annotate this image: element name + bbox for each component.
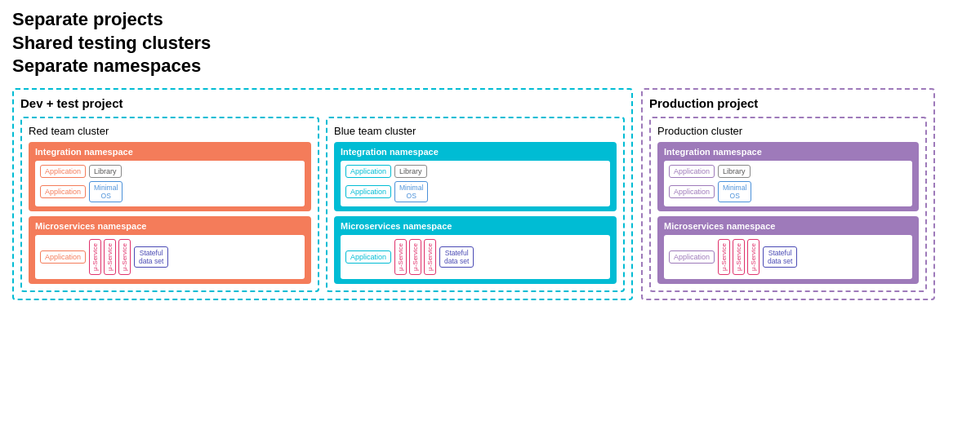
blue-service-col: μ-Service μ-Service μ-Service [394,239,436,275]
red-integration-title: Integration namespace [35,147,305,157]
red-library-1: Library [89,165,122,178]
blue-app-2: Application [345,185,391,198]
prod-cluster-label: Production cluster [657,125,919,137]
red-service-3: μ-Service [118,239,131,275]
blue-int-row-2: Application MinimalOS [345,181,605,202]
title-line-3: Separate namespaces [12,55,968,78]
blue-micro-inner: Application μ-Service μ-Service μ-Servic… [341,235,610,279]
prod-int-row-1: Application Library [669,165,907,178]
blue-minimal-os: MinimalOS [394,181,428,202]
red-app-1: Application [40,165,86,178]
red-microservices-namespace: Microservices namespace Application μ-Se… [29,216,311,284]
prod-app-2: Application [669,185,715,198]
red-int-row-1: Application Library [40,165,300,178]
blue-app-1: Application [345,165,391,178]
title-line-2: Shared testing clusters [12,32,968,55]
blue-integration-namespace: Integration namespace Application Librar… [334,142,617,211]
red-app-2: Application [40,185,86,198]
blue-micro-row: Application μ-Service μ-Service μ-Servic… [345,239,605,275]
red-micro-row: Application μ-Service μ-Service μ-Servic… [40,239,300,275]
projects-row: Dev + test project Red team cluster Inte… [12,88,968,300]
prod-integration-inner: Application Library Application MinimalO… [664,161,912,206]
red-service-2: μ-Service [104,239,116,275]
clusters-row: Red team cluster Integration namespace A… [20,117,625,292]
title-line-1: Separate projects [12,8,968,32]
prod-stateful: Statefuldata set [763,246,797,268]
prod-minimal-os: MinimalOS [718,181,751,202]
red-stateful: Statefuldata set [134,246,168,268]
prod-micro-app: Application [669,250,715,264]
prod-project-label: Production project [649,96,927,110]
blue-integration-title: Integration namespace [341,147,610,157]
prod-service-2: μ-Service [733,239,745,275]
prod-micro-row: Application μ-Service μ-Service μ-Servic… [669,239,907,275]
prod-library-1: Library [718,165,751,178]
prod-app-1: Application [669,165,715,178]
prod-cluster-box: Production cluster Integration namespace… [649,117,927,292]
blue-service-1: μ-Service [394,239,407,275]
blue-microservices-namespace: Microservices namespace Application μ-Se… [334,216,617,284]
red-integration-inner: Application Library Application MinimalO… [35,161,305,206]
prod-project-box: Production project Production cluster In… [641,88,935,300]
prod-service-3: μ-Service [747,239,760,275]
blue-service-2: μ-Service [409,239,421,275]
prod-integration-namespace: Integration namespace Application Librar… [657,142,919,211]
blue-cluster-label: Blue team cluster [334,125,617,137]
blue-micro-app: Application [345,250,391,264]
blue-service-3: μ-Service [424,239,436,275]
red-micro-title: Microservices namespace [35,221,305,231]
prod-integration-title: Integration namespace [664,147,912,157]
prod-micro-inner: Application μ-Service μ-Service μ-Servic… [664,235,912,279]
red-service-col: μ-Service μ-Service μ-Service [89,239,131,275]
red-minimal-os: MinimalOS [89,181,122,202]
prod-int-row-2: Application MinimalOS [669,181,907,202]
title-block: Separate projects Shared testing cluster… [12,8,968,78]
blue-cluster-box: Blue team cluster Integration namespace … [326,117,625,292]
dev-project-label: Dev + test project [20,96,625,110]
red-int-row-2: Application MinimalOS [40,181,300,202]
red-micro-app: Application [40,250,86,264]
blue-int-row-1: Application Library [345,165,605,178]
blue-library-1: Library [394,165,427,178]
red-service-1: μ-Service [89,239,101,275]
blue-stateful: Statefuldata set [439,246,474,268]
red-cluster-label: Red team cluster [29,125,311,137]
prod-service-col: μ-Service μ-Service μ-Service [718,239,760,275]
red-micro-inner: Application μ-Service μ-Service μ-Servic… [35,235,305,279]
prod-service-1: μ-Service [718,239,730,275]
prod-microservices-namespace: Microservices namespace Application μ-Se… [657,216,919,284]
red-integration-namespace: Integration namespace Application Librar… [29,142,311,211]
prod-micro-title: Microservices namespace [664,221,912,231]
blue-micro-title: Microservices namespace [341,221,610,231]
dev-project-box: Dev + test project Red team cluster Inte… [12,88,633,300]
blue-integration-inner: Application Library Application MinimalO… [341,161,610,206]
red-cluster-box: Red team cluster Integration namespace A… [20,117,319,292]
